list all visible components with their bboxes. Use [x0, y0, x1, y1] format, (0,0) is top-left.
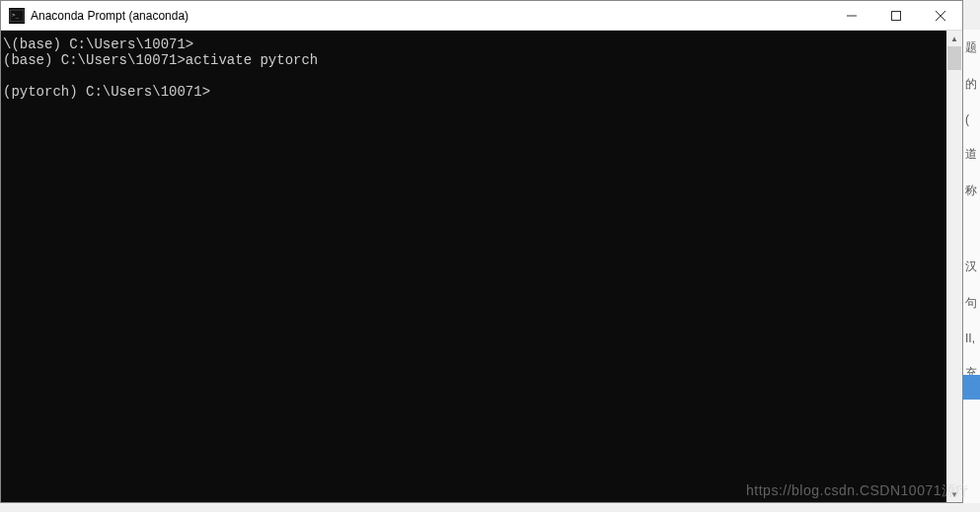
- background-blue-fragment: [963, 375, 980, 400]
- vertical-scrollbar[interactable]: ▲ ▼: [946, 31, 962, 502]
- close-button[interactable]: [918, 1, 962, 30]
- background-page-fragments: 题 的 ( 道 称 汉 句 II, 充: [963, 30, 980, 503]
- app-icon: >_: [9, 8, 25, 24]
- window-title: Anaconda Prompt (anaconda): [31, 9, 829, 23]
- scroll-down-arrow[interactable]: ▼: [946, 486, 962, 502]
- window-controls: [829, 1, 962, 30]
- terminal-area[interactable]: \(base) C:\Users\10071> (base) C:\Users\…: [1, 31, 962, 502]
- svg-rect-3: [891, 11, 900, 20]
- terminal-content[interactable]: \(base) C:\Users\10071> (base) C:\Users\…: [1, 31, 946, 502]
- minimize-button[interactable]: [829, 1, 873, 30]
- maximize-button[interactable]: [873, 1, 918, 30]
- title-bar[interactable]: >_ Anaconda Prompt (anaconda): [1, 1, 962, 31]
- svg-text:>_: >_: [12, 11, 20, 19]
- terminal-line: (base) C:\Users\10071>activate pytorch: [3, 52, 318, 68]
- terminal-line: (pytorch) C:\Users\10071>: [3, 84, 210, 100]
- scroll-thumb[interactable]: [947, 46, 961, 70]
- terminal-window: >_ Anaconda Prompt (anaconda) \(base) C:…: [0, 0, 963, 503]
- scroll-up-arrow[interactable]: ▲: [946, 31, 962, 46]
- terminal-line: \(base) C:\Users\10071>: [3, 37, 193, 52]
